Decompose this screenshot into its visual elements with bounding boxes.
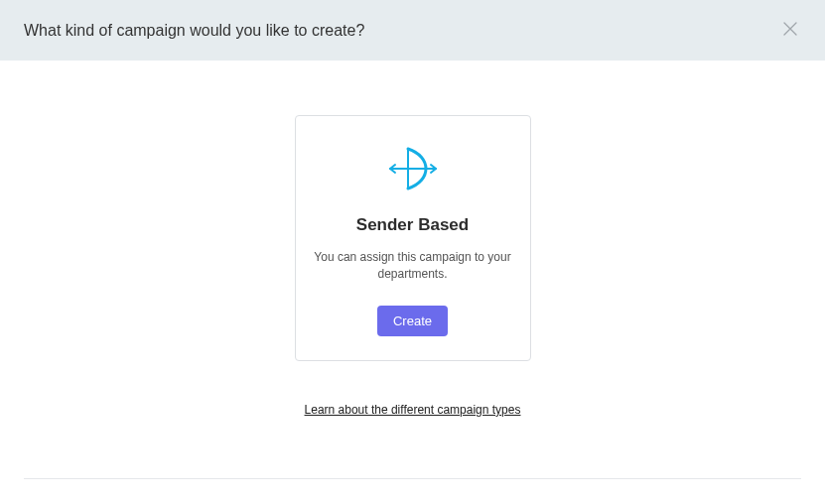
card-title: Sender Based: [356, 215, 469, 235]
modal-content: Sender Based You can assign this campaig…: [0, 61, 825, 479]
close-button[interactable]: [779, 18, 801, 43]
learn-more-link[interactable]: Learn about the different campaign types: [305, 403, 521, 417]
bow-arrow-icon: [388, 144, 438, 193]
create-button[interactable]: Create: [377, 306, 448, 336]
close-icon: [783, 22, 797, 39]
divider: [24, 478, 801, 479]
modal-header: What kind of campaign would you like to …: [0, 0, 825, 61]
campaign-type-card: Sender Based You can assign this campaig…: [295, 115, 531, 361]
modal-title: What kind of campaign would you like to …: [24, 22, 364, 40]
card-description: You can assign this campaign to your dep…: [314, 249, 512, 284]
